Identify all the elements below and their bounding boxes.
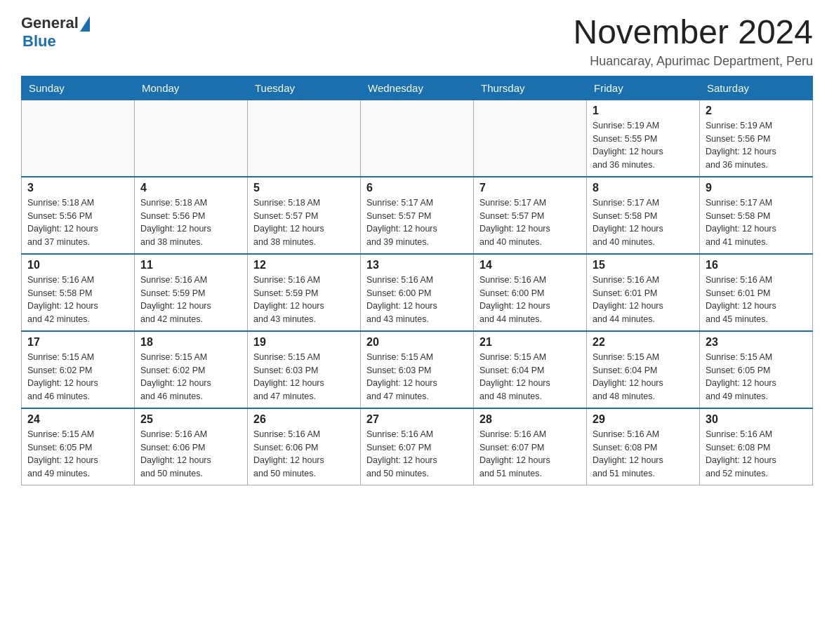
day-of-week-header: Tuesday [248, 76, 361, 100]
day-of-week-header: Thursday [474, 76, 587, 100]
calendar-week-row: 1Sunrise: 5:19 AM Sunset: 5:55 PM Daylig… [22, 100, 813, 177]
day-number: 8 [593, 182, 694, 194]
logo-triangle-icon [80, 16, 90, 32]
day-number: 11 [140, 259, 241, 271]
day-number: 5 [253, 182, 355, 194]
day-number: 25 [140, 413, 241, 426]
calendar-day-cell: 8Sunrise: 5:17 AM Sunset: 5:58 PM Daylig… [587, 177, 700, 254]
calendar-week-row: 10Sunrise: 5:16 AM Sunset: 5:58 PM Dayli… [22, 254, 813, 331]
calendar-day-cell: 21Sunrise: 5:15 AM Sunset: 6:04 PM Dayli… [474, 331, 587, 408]
day-number: 1 [593, 105, 694, 117]
day-of-week-header: Saturday [700, 76, 813, 100]
calendar-day-cell: 11Sunrise: 5:16 AM Sunset: 5:59 PM Dayli… [135, 254, 248, 331]
day-number: 14 [479, 259, 581, 271]
calendar-header: SundayMondayTuesdayWednesdayThursdayFrid… [22, 76, 813, 100]
day-info: Sunrise: 5:16 AM Sunset: 6:00 PM Dayligh… [479, 274, 581, 326]
calendar-day-cell: 7Sunrise: 5:17 AM Sunset: 5:57 PM Daylig… [474, 177, 587, 254]
day-number: 4 [140, 182, 241, 194]
calendar-day-cell: 25Sunrise: 5:16 AM Sunset: 6:06 PM Dayli… [135, 408, 248, 485]
day-number: 23 [706, 336, 807, 349]
day-info: Sunrise: 5:16 AM Sunset: 6:00 PM Dayligh… [366, 274, 468, 326]
calendar-day-cell: 20Sunrise: 5:15 AM Sunset: 6:03 PM Dayli… [361, 331, 474, 408]
calendar-day-cell: 23Sunrise: 5:15 AM Sunset: 6:05 PM Dayli… [700, 331, 813, 408]
day-number: 21 [479, 336, 581, 349]
day-of-week-header: Friday [587, 76, 700, 100]
day-info: Sunrise: 5:15 AM Sunset: 6:04 PM Dayligh… [479, 351, 581, 403]
day-number: 18 [140, 336, 241, 349]
logo-top-row: General [21, 14, 90, 32]
calendar-day-cell [135, 100, 248, 177]
day-info: Sunrise: 5:16 AM Sunset: 6:06 PM Dayligh… [140, 428, 241, 481]
day-number: 19 [253, 336, 355, 349]
day-info: Sunrise: 5:17 AM Sunset: 5:58 PM Dayligh… [706, 196, 807, 249]
calendar-day-cell: 18Sunrise: 5:15 AM Sunset: 6:02 PM Dayli… [135, 331, 248, 408]
day-number: 3 [27, 182, 128, 194]
day-info: Sunrise: 5:15 AM Sunset: 6:05 PM Dayligh… [27, 428, 128, 481]
day-number: 7 [479, 182, 581, 194]
day-info: Sunrise: 5:19 AM Sunset: 5:56 PM Dayligh… [706, 119, 807, 172]
day-number: 13 [366, 259, 468, 271]
calendar-day-cell [474, 100, 587, 177]
day-info: Sunrise: 5:16 AM Sunset: 6:06 PM Dayligh… [253, 428, 355, 481]
calendar-day-cell: 2Sunrise: 5:19 AM Sunset: 5:56 PM Daylig… [700, 100, 813, 177]
day-info: Sunrise: 5:16 AM Sunset: 6:07 PM Dayligh… [479, 428, 581, 481]
day-number: 30 [706, 413, 807, 426]
calendar-day-cell: 29Sunrise: 5:16 AM Sunset: 6:08 PM Dayli… [587, 408, 700, 485]
calendar-body: 1Sunrise: 5:19 AM Sunset: 5:55 PM Daylig… [22, 100, 813, 485]
day-info: Sunrise: 5:17 AM Sunset: 5:58 PM Dayligh… [593, 196, 694, 249]
calendar-day-cell: 28Sunrise: 5:16 AM Sunset: 6:07 PM Dayli… [474, 408, 587, 485]
day-info: Sunrise: 5:15 AM Sunset: 6:05 PM Dayligh… [706, 351, 807, 403]
calendar-day-cell: 27Sunrise: 5:16 AM Sunset: 6:07 PM Dayli… [361, 408, 474, 485]
days-of-week-row: SundayMondayTuesdayWednesdayThursdayFrid… [22, 76, 813, 100]
logo-blue-text: Blue [22, 32, 56, 51]
day-info: Sunrise: 5:15 AM Sunset: 6:02 PM Dayligh… [27, 351, 128, 403]
day-info: Sunrise: 5:16 AM Sunset: 5:59 PM Dayligh… [140, 274, 241, 326]
calendar-day-cell: 14Sunrise: 5:16 AM Sunset: 6:00 PM Dayli… [474, 254, 587, 331]
calendar-day-cell: 9Sunrise: 5:17 AM Sunset: 5:58 PM Daylig… [700, 177, 813, 254]
calendar-day-cell: 1Sunrise: 5:19 AM Sunset: 5:55 PM Daylig… [587, 100, 700, 177]
day-info: Sunrise: 5:16 AM Sunset: 6:07 PM Dayligh… [366, 428, 468, 481]
calendar-day-cell: 13Sunrise: 5:16 AM Sunset: 6:00 PM Dayli… [361, 254, 474, 331]
day-number: 12 [253, 259, 355, 271]
day-number: 2 [706, 105, 807, 117]
calendar-day-cell: 17Sunrise: 5:15 AM Sunset: 6:02 PM Dayli… [22, 331, 135, 408]
calendar-day-cell [22, 100, 135, 177]
calendar-day-cell: 5Sunrise: 5:18 AM Sunset: 5:57 PM Daylig… [248, 177, 361, 254]
logo-bottom-row: Blue [21, 32, 90, 51]
logo: General Blue [21, 14, 90, 51]
day-number: 29 [593, 413, 694, 426]
day-of-week-header: Wednesday [361, 76, 474, 100]
title-area: November 2024 Huancaray, Apurimac Depart… [573, 14, 813, 69]
day-of-week-header: Monday [135, 76, 248, 100]
calendar-day-cell: 15Sunrise: 5:16 AM Sunset: 6:01 PM Dayli… [587, 254, 700, 331]
calendar-day-cell: 16Sunrise: 5:16 AM Sunset: 6:01 PM Dayli… [700, 254, 813, 331]
day-number: 27 [366, 413, 468, 426]
calendar-day-cell: 19Sunrise: 5:15 AM Sunset: 6:03 PM Dayli… [248, 331, 361, 408]
day-info: Sunrise: 5:19 AM Sunset: 5:55 PM Dayligh… [593, 119, 694, 172]
day-info: Sunrise: 5:16 AM Sunset: 5:58 PM Dayligh… [27, 274, 128, 326]
day-info: Sunrise: 5:16 AM Sunset: 6:08 PM Dayligh… [706, 428, 807, 481]
day-info: Sunrise: 5:15 AM Sunset: 6:03 PM Dayligh… [253, 351, 355, 403]
day-number: 26 [253, 413, 355, 426]
calendar-day-cell: 3Sunrise: 5:18 AM Sunset: 5:56 PM Daylig… [22, 177, 135, 254]
calendar-week-row: 17Sunrise: 5:15 AM Sunset: 6:02 PM Dayli… [22, 331, 813, 408]
calendar-week-row: 24Sunrise: 5:15 AM Sunset: 6:05 PM Dayli… [22, 408, 813, 485]
day-info: Sunrise: 5:16 AM Sunset: 6:01 PM Dayligh… [593, 274, 694, 326]
calendar-table: SundayMondayTuesdayWednesdayThursdayFrid… [21, 76, 813, 485]
day-number: 17 [27, 336, 128, 349]
calendar-day-cell: 4Sunrise: 5:18 AM Sunset: 5:56 PM Daylig… [135, 177, 248, 254]
day-number: 15 [593, 259, 694, 271]
day-number: 20 [366, 336, 468, 349]
calendar-day-cell: 24Sunrise: 5:15 AM Sunset: 6:05 PM Dayli… [22, 408, 135, 485]
day-of-week-header: Sunday [22, 76, 135, 100]
calendar-week-row: 3Sunrise: 5:18 AM Sunset: 5:56 PM Daylig… [22, 177, 813, 254]
calendar-day-cell [248, 100, 361, 177]
page-header: General Blue November 2024 Huancaray, Ap… [21, 14, 813, 69]
day-number: 10 [27, 259, 128, 271]
day-number: 16 [706, 259, 807, 271]
location-subtitle: Huancaray, Apurimac Department, Peru [573, 54, 813, 69]
day-info: Sunrise: 5:15 AM Sunset: 6:04 PM Dayligh… [593, 351, 694, 403]
day-number: 24 [27, 413, 128, 426]
calendar-day-cell [361, 100, 474, 177]
day-number: 6 [366, 182, 468, 194]
